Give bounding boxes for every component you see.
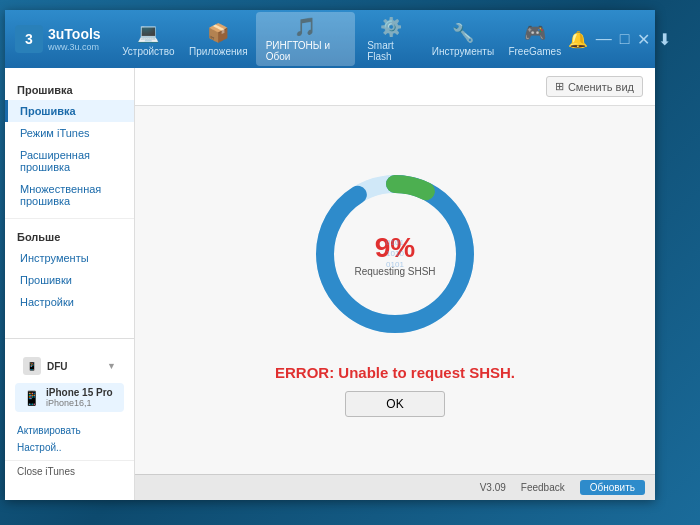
sidebar-item-firmware[interactable]: Прошивка [5, 100, 134, 122]
main-panel: ⊞ Сменить вид 9% [135, 68, 655, 500]
dfu-icon: 📱 [23, 357, 41, 375]
progress-area: 9% Requesting SHSH 0101 1010 0101 ERROR:… [135, 106, 655, 474]
ringtones-nav-icon: 🎵 [294, 16, 316, 38]
sidebar-item-instruments[interactable]: Инструменты [5, 247, 134, 269]
nav-apps-label: Приложения [189, 46, 248, 57]
app-window: 3 3uTools www.3u.com 💻 Устройство 📦 Прил… [5, 10, 655, 500]
nav-apps[interactable]: 📦 Приложения [183, 18, 254, 61]
logo-area: 3 3uTools www.3u.com [15, 25, 101, 53]
sidebar-bottom: 📱 DFU ▼ 📱 iPhone 15 Pro iPhone16,1 Актив… [5, 338, 134, 490]
progress-percent: 9% [354, 231, 435, 263]
circle-inner: 9% Requesting SHSH [354, 231, 435, 276]
sidebar-item-firmwares[interactable]: Прошивки [5, 269, 134, 291]
error-message: ERROR: Unable to request SHSH. [275, 364, 515, 381]
nav-tools-label: Инструменты [432, 46, 494, 57]
nav-tools[interactable]: 🔧 Инструменты [426, 18, 500, 61]
sidebar-section-firmware: Прошивка [5, 78, 134, 100]
apps-nav-icon: 📦 [207, 22, 229, 44]
nav-smart-flash[interactable]: ⚙️ Smart Flash [357, 12, 424, 66]
version-label: V3.09 [480, 482, 506, 493]
progress-circle-container: 9% Requesting SHSH 0101 1010 0101 [305, 164, 485, 344]
nav-freegames[interactable]: 🎮 FreeGames [502, 18, 568, 61]
content-area: Прошивка Прошивка Режим iTunes Расширенн… [5, 68, 655, 500]
close-itunes-action[interactable]: Close iTunes [5, 460, 134, 482]
app-url: www.3u.com [48, 42, 101, 52]
device-model: iPhone16,1 [46, 398, 113, 408]
panel-header: ⊞ Сменить вид [135, 68, 655, 106]
setup-action[interactable]: Настрой.. [5, 439, 134, 456]
sidebar-item-advanced[interactable]: Расширенная прошивка [5, 144, 134, 178]
nav-device[interactable]: 💻 Устройство [116, 18, 181, 61]
activate-action[interactable]: Активировать [5, 422, 134, 439]
change-view-button[interactable]: ⊞ Сменить вид [546, 76, 643, 97]
sidebar-item-itunes-mode[interactable]: Режим iTunes [5, 122, 134, 144]
nav-ringtones-label: РИНГТОНЫ и Обои [266, 40, 346, 62]
device-name: iPhone 15 Pro [46, 387, 113, 398]
nav-ringtones[interactable]: 🎵 РИНГТОНЫ и Обои [256, 12, 356, 66]
sidebar-section-more: Больше [5, 225, 134, 247]
app-name: 3uTools [48, 26, 101, 42]
dfu-badge[interactable]: 📱 DFU ▼ [15, 353, 124, 379]
smart-flash-nav-icon: ⚙️ [380, 16, 402, 38]
minimize-icon[interactable]: — [596, 30, 612, 48]
notification-icon[interactable]: 🔔 [568, 30, 588, 49]
dfu-label: DFU [47, 361, 68, 372]
close-icon[interactable]: ✕ [637, 30, 650, 49]
update-button[interactable]: Обновить [580, 480, 645, 495]
device-badge[interactable]: 📱 iPhone 15 Pro iPhone16,1 [15, 383, 124, 412]
change-view-label: Сменить вид [568, 81, 634, 93]
nav-smart-flash-label: Smart Flash [367, 40, 414, 62]
nav-items: 💻 Устройство 📦 Приложения 🎵 РИНГТОНЫ и О… [116, 12, 568, 66]
maximize-icon[interactable]: □ [620, 30, 630, 48]
app-logo-icon: 3 [15, 25, 43, 53]
freegames-nav-icon: 🎮 [524, 22, 546, 44]
sidebar-divider [5, 218, 134, 219]
download-icon[interactable]: ⬇ [658, 30, 671, 49]
nav-bar: 3 3uTools www.3u.com 💻 Устройство 📦 Прил… [5, 10, 655, 68]
tools-nav-icon: 🔧 [452, 22, 474, 44]
sidebar-device-section: 📱 DFU ▼ 📱 iPhone 15 Pro iPhone16,1 [5, 347, 134, 422]
nav-device-label: Устройство [122, 46, 174, 57]
change-view-icon: ⊞ [555, 80, 564, 93]
iphone-icon: 📱 [23, 390, 40, 406]
sidebar-item-settings[interactable]: Настройки [5, 291, 134, 313]
progress-label: Requesting SHSH [354, 265, 435, 276]
sidebar-item-multi[interactable]: Множественная прошивка [5, 178, 134, 212]
nav-bar-right: 🔔 — □ ✕ ⬇ [568, 30, 672, 49]
status-bar: V3.09 Feedback Обновить [135, 474, 655, 500]
device-nav-icon: 💻 [137, 22, 159, 44]
logo-text: 3uTools www.3u.com [48, 26, 101, 52]
nav-freegames-label: FreeGames [508, 46, 561, 57]
ok-button[interactable]: OK [345, 391, 444, 417]
sidebar: Прошивка Прошивка Режим iTunes Расширенн… [5, 68, 135, 500]
feedback-label[interactable]: Feedback [521, 482, 565, 493]
error-section: ERROR: Unable to request SHSH. OK [275, 364, 515, 417]
